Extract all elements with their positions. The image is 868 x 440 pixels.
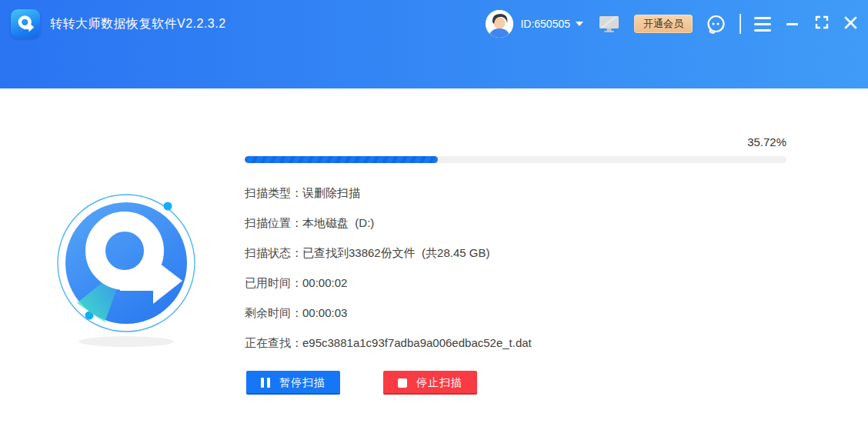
detail-value: 00:00:02	[302, 276, 347, 289]
window-title: 转转大师数据恢复软件V2.2.3.2	[50, 16, 226, 32]
vip-upgrade-button[interactable]: 开通会员	[634, 15, 693, 33]
scan-detail-row: 扫描类型：误删除扫描	[245, 178, 532, 208]
titlebar-divider	[739, 14, 741, 34]
app-scan-logo	[51, 183, 205, 352]
detail-label: 扫描状态：	[245, 246, 302, 259]
support-headset-icon[interactable]	[706, 14, 726, 35]
user-avatar[interactable]	[486, 10, 513, 38]
menu-icon[interactable]	[754, 17, 771, 32]
detail-label: 剩余时间：	[245, 306, 302, 319]
detail-label: 已用时间：	[245, 276, 302, 289]
close-icon[interactable]	[844, 16, 857, 32]
pause-icon	[261, 378, 270, 388]
stop-icon	[398, 378, 407, 388]
pause-button-label: 暂停扫描	[279, 376, 326, 390]
detail-value: 已查找到33862份文件 (共28.45 GB)	[302, 246, 489, 259]
chevron-down-icon[interactable]	[576, 22, 583, 26]
detail-value: 误删除扫描	[302, 186, 360, 199]
stop-scan-button[interactable]: 停止扫描	[383, 371, 477, 395]
app-window: 转转大师数据恢复软件V2.2.3.2 ID:650505	[0, 0, 868, 440]
detail-value: 00:00:03	[302, 306, 347, 319]
scan-actions: 暂停扫描 停止扫描	[246, 371, 477, 395]
detail-value: e95c3881a1c93f7adba9a006edbac52e_t.dat	[302, 336, 532, 349]
title-bar: 转转大师数据恢复软件V2.2.3.2 ID:650505	[0, 0, 868, 88]
monitor-icon[interactable]	[599, 15, 619, 33]
minimize-icon[interactable]	[786, 23, 799, 25]
user-id-label[interactable]: ID:650505	[520, 18, 570, 30]
detail-label: 扫描类型：	[245, 186, 302, 199]
progress-percent-label: 35.72%	[747, 135, 786, 148]
scan-details: 扫描类型：误删除扫描 扫描位置：本地磁盘 (D:) 扫描状态：已查找到33862…	[245, 178, 532, 358]
detail-label: 正在查找：	[245, 336, 302, 349]
scan-progress-bar	[245, 156, 786, 163]
scan-detail-row: 已用时间：00:00:02	[245, 268, 532, 298]
detail-label: 扫描位置：	[245, 216, 302, 229]
pause-scan-button[interactable]: 暂停扫描	[246, 371, 340, 395]
scan-detail-row: 正在查找：e95c3881a1c93f7adba9a006edbac52e_t.…	[245, 328, 532, 358]
detail-value: 本地磁盘 (D:)	[302, 216, 374, 229]
scan-detail-row: 剩余时间：00:00:03	[245, 298, 532, 328]
scan-detail-row: 扫描状态：已查找到33862份文件 (共28.45 GB)	[245, 238, 532, 268]
app-logo-icon	[11, 9, 40, 38]
maximize-icon[interactable]	[815, 15, 829, 32]
scan-detail-row: 扫描位置：本地磁盘 (D:)	[245, 208, 532, 238]
progress-fill	[245, 156, 438, 163]
stop-button-label: 停止扫描	[416, 376, 462, 390]
